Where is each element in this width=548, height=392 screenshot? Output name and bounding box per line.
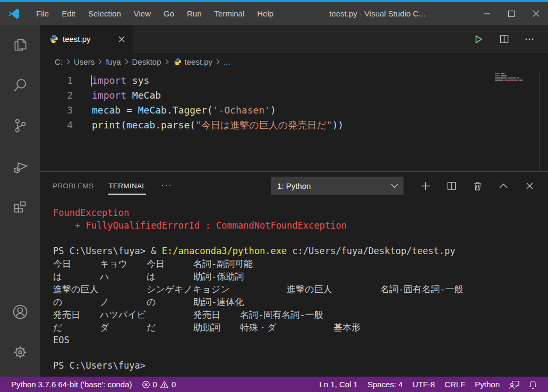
vscode-logo-icon: [7, 7, 21, 21]
error-icon: [142, 380, 150, 389]
split-terminal-button[interactable]: [446, 180, 457, 191]
status-bar: Python 3.7.6 64-bit ('base': conda) 0 0 …: [0, 377, 548, 392]
code-line-4: 4 print(mecab.parse("今日は進撃の巨人の発売日だ")): [40, 118, 548, 133]
kill-terminal-trash-icon[interactable]: [472, 180, 483, 191]
search-icon[interactable]: [0, 65, 40, 106]
breadcrumb-fuya[interactable]: fuya: [105, 57, 122, 66]
tab-teest-py[interactable]: teest.py: [40, 25, 133, 53]
extensions-icon[interactable]: [0, 186, 40, 227]
activity-bar: [0, 25, 40, 377]
code-token: Tagger: [173, 104, 207, 116]
terminal-table-cell: だ: [147, 321, 156, 334]
explorer-icon[interactable]: [0, 25, 40, 65]
new-terminal-button[interactable]: [419, 180, 431, 191]
maximize-panel-button[interactable]: [498, 180, 509, 191]
notifications-bell-icon[interactable]: [524, 377, 542, 392]
breadcrumb-desktop[interactable]: Desktop: [131, 57, 162, 66]
terminal-dropdown[interactable]: 1: Python: [271, 177, 404, 195]
account-icon[interactable]: [0, 292, 40, 332]
code-token: mecab: [92, 104, 121, 116]
terminal-output[interactable]: FoundException + FullyQualifiedErrorId :…: [40, 199, 548, 377]
terminal-table-cell: 名詞-固有名詞-一般: [240, 308, 323, 321]
menu-go[interactable]: Go: [157, 2, 181, 25]
code-token: import: [92, 75, 126, 86]
encoding-status[interactable]: UTF-8: [408, 377, 440, 392]
line-number: 3: [40, 103, 73, 118]
more-actions-button[interactable]: [524, 33, 535, 45]
menu-help[interactable]: Help: [251, 2, 280, 25]
code-token: .: [155, 119, 161, 130]
split-editor-button[interactable]: [498, 33, 510, 45]
code-token: "今日は進撃の巨人の発売日だ": [195, 119, 332, 130]
terminal-table-cell: ダ: [100, 321, 109, 334]
panel-more-actions-button[interactable]: ···: [161, 181, 173, 190]
code-token: )): [332, 119, 344, 130]
code-token: MeCab: [138, 104, 167, 116]
python-interpreter-status[interactable]: Python 3.7.6 64-bit ('base': conda): [6, 377, 137, 392]
terminal-table-row: だダだ助動詞特殊・ダ基本形: [53, 321, 548, 334]
tab-label: teest.py: [63, 34, 91, 43]
problems-status[interactable]: 0 0: [137, 377, 181, 392]
warning-count: 0: [172, 380, 176, 389]
terminal-table-cell: 進撃の巨人: [287, 283, 332, 295]
code-line-3: 3 mecab = MeCab.Tagger('-Ochasen'): [40, 103, 548, 118]
terminal-table-cell: キョウ: [100, 257, 127, 270]
code-token: MeCab: [126, 90, 161, 101]
python-file-icon: [174, 58, 182, 66]
chevron-down-icon: [391, 184, 398, 188]
code-token: mecab: [126, 119, 155, 130]
code-editor[interactable]: 1 import sys 2 import MeCab 3 mecab = Me…: [40, 71, 548, 171]
tab-close-icon[interactable]: [116, 34, 127, 45]
code-token: import: [92, 90, 126, 101]
terminal-args: c:/Users/fuya/Desktop/teest.py: [287, 246, 455, 256]
terminal-prompt: PS C:\Users\fuya> &: [53, 246, 162, 256]
maximize-button[interactable]: [499, 2, 524, 25]
breadcrumb-drive[interactable]: C:: [54, 57, 64, 66]
close-panel-button[interactable]: [524, 180, 535, 191]
language-mode-status[interactable]: Python: [470, 377, 504, 392]
code-token: '-Ochasen': [213, 104, 270, 116]
terminal-table-cell: 今日: [147, 257, 165, 270]
code-line-2: 2 import MeCab: [40, 88, 548, 103]
indentation-status[interactable]: Spaces: 4: [363, 377, 408, 392]
settings-gear-icon[interactable]: [0, 332, 40, 372]
run-button[interactable]: [473, 33, 484, 45]
breadcrumb-users[interactable]: Users: [73, 57, 96, 66]
menu-edit[interactable]: Edit: [55, 2, 82, 25]
code-token: (: [190, 119, 195, 130]
cursor-position-status[interactable]: Ln 1, Col 1: [314, 377, 363, 392]
terminal-table-row: 発売日ハツバイビ発売日名詞-固有名詞-一般: [53, 308, 548, 321]
menu-view[interactable]: View: [127, 2, 157, 25]
breadcrumb-more[interactable]: ...: [222, 57, 232, 66]
terminal-table: 今日キョウ今日名詞-副詞可能はハは助詞-係助詞進撃の巨人シンゲキノキョジン進撃の…: [53, 257, 548, 334]
terminal-table-row: 今日キョウ今日名詞-副詞可能: [53, 257, 548, 270]
breadcrumb-file[interactable]: teest.py: [184, 57, 214, 66]
feedback-icon[interactable]: [504, 377, 524, 392]
terminal-table-cell: 助詞-係助詞: [193, 270, 244, 283]
terminal-table-row: はハは助詞-係助詞: [53, 270, 548, 283]
terminal-table-cell: 発売日: [193, 308, 220, 321]
menu-selection[interactable]: Selection: [82, 2, 127, 25]
code-token: .: [167, 104, 173, 116]
source-control-icon[interactable]: [0, 106, 40, 146]
terminal-error-line: FoundException: [53, 206, 548, 219]
tab-problems[interactable]: PROBLEMS: [53, 172, 93, 199]
code-line-1: 1 import sys: [40, 73, 548, 88]
minimap[interactable]: [495, 73, 527, 82]
menu-file[interactable]: File: [30, 2, 55, 25]
minimize-button[interactable]: [475, 2, 499, 25]
chevron-right-icon: [66, 59, 71, 65]
tab-terminal[interactable]: TERMINAL: [108, 172, 146, 199]
eol-status[interactable]: CRLF: [440, 377, 470, 392]
terminal-table-cell: 助動詞: [193, 321, 220, 334]
run-debug-icon[interactable]: [0, 146, 40, 186]
close-window-button[interactable]: [524, 2, 548, 25]
terminal-table-cell: 基本形: [333, 321, 361, 334]
terminal-table-cell: 今日: [53, 257, 71, 270]
terminal-table-cell: の: [147, 295, 156, 308]
menu-terminal[interactable]: Terminal: [208, 2, 251, 25]
breadcrumb: C: Users fuya Desktop teest.py ...: [40, 53, 548, 71]
menu-run[interactable]: Run: [181, 2, 208, 25]
terminal-table-row: 進撃の巨人シンゲキノキョジン進撃の巨人名詞-固有名詞-一般: [53, 283, 548, 295]
terminal-blank-line: [53, 232, 548, 245]
